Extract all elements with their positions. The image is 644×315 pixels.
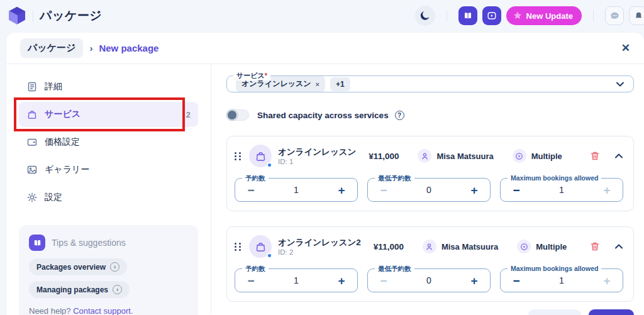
stepper-value[interactable]: 1: [257, 185, 335, 195]
service-id: ID: 1: [278, 158, 356, 165]
docs-button[interactable]: [458, 6, 477, 25]
increment-button[interactable]: +: [468, 184, 480, 196]
collapse-card-button[interactable]: [614, 243, 623, 250]
services-count-badge: 2: [186, 110, 191, 119]
decrement-button[interactable]: −: [245, 184, 257, 196]
more-services-chip[interactable]: +1: [330, 77, 350, 91]
chat-support-button[interactable]: [605, 6, 624, 25]
stepper-label: Maximum bookings allowed: [508, 265, 601, 272]
max-bookings-stepper: Maximum bookings allowed − 1 +: [500, 268, 623, 292]
main-content: サービス* オンラインレッスン × +1 Shared capacity acr…: [211, 64, 644, 314]
sidebar-item-label: 設定: [45, 192, 62, 203]
new-update-button[interactable]: New Update: [506, 6, 582, 25]
bag-icon: [255, 150, 267, 162]
breadcrumb-root[interactable]: パッケージ: [20, 38, 83, 58]
top-bar-actions: New Update: [415, 6, 638, 26]
bell-icon: [633, 11, 644, 21]
shared-capacity-toggle[interactable]: [226, 109, 249, 121]
stepper-row: 予約数 − 1 + 最低予約数 − 0 + Maximum bookings a…: [235, 178, 623, 202]
service-title: オンラインレッスン: [278, 146, 356, 158]
person-icon: [423, 240, 436, 253]
stepper-label: 最低予約数: [375, 265, 414, 274]
sidebar-item-gallery[interactable]: ギャラリー: [19, 157, 198, 182]
divider: [593, 10, 594, 21]
increment-button[interactable]: +: [601, 275, 613, 287]
location-meta: Multiple: [513, 149, 562, 163]
sidebar-item-services[interactable]: サービス 2: [19, 102, 198, 127]
help-text: Need help?: [29, 306, 71, 315]
chip-remove-icon[interactable]: ×: [316, 80, 319, 88]
help-line: Need help? Contact support.: [29, 306, 188, 315]
chevron-up-icon: [614, 243, 623, 250]
chat-bubble-icon: [609, 11, 620, 21]
close-icon[interactable]: ✕: [621, 43, 630, 53]
tips-link-managing-packages[interactable]: Managing packages ›: [29, 281, 130, 298]
decrement-button[interactable]: −: [510, 275, 523, 287]
stepper-label: Maximum bookings allowed: [508, 174, 601, 182]
tip-label: Packages overview: [36, 263, 106, 272]
increment-button[interactable]: +: [335, 275, 348, 287]
drag-handle-icon[interactable]: [235, 152, 242, 160]
dark-mode-toggle[interactable]: [415, 6, 435, 26]
decrement-button[interactable]: −: [377, 184, 390, 196]
delete-service-button[interactable]: [589, 241, 601, 252]
sidebar-item-label: サービス: [45, 109, 80, 120]
min-bookings-stepper: 最低予約数 − 0 +: [367, 268, 491, 292]
video-play-icon: [487, 11, 497, 21]
decrement-button[interactable]: −: [245, 275, 257, 287]
decrement-button[interactable]: −: [510, 184, 523, 196]
increment-button[interactable]: +: [335, 184, 348, 196]
stepper-value[interactable]: 1: [523, 275, 601, 285]
stepper-value[interactable]: 0: [390, 275, 468, 285]
save-button[interactable]: 保存: [589, 309, 634, 315]
staff-name: Misa Matsuura: [436, 152, 493, 161]
tips-box: Tips & suggestions Packages overview › M…: [19, 225, 198, 315]
chevron-up-icon: [614, 153, 623, 159]
chevron-down-icon[interactable]: [616, 81, 625, 87]
tips-book-icon: [29, 235, 45, 251]
service-price: ¥11,000: [374, 242, 404, 251]
chevron-right-icon: ›: [110, 262, 119, 272]
service-select-label: サービス*: [233, 71, 270, 80]
stepper-value[interactable]: 1: [523, 185, 601, 195]
page-title: パッケージ: [40, 8, 102, 24]
contact-support-link[interactable]: Contact support.: [73, 306, 133, 315]
sidebar-item-label: 詳細: [45, 81, 62, 92]
shared-capacity-label: Shared capacity across services: [257, 111, 389, 120]
location-meta: Multiple: [517, 240, 567, 253]
increment-button[interactable]: +: [468, 275, 480, 287]
breadcrumb-separator: ›: [89, 43, 92, 53]
max-bookings-stepper: Maximum bookings allowed − 1 +: [500, 178, 623, 202]
divider: [33, 10, 33, 21]
star-icon: [513, 11, 523, 21]
delete-service-button[interactable]: [589, 150, 601, 162]
partial-edge-button[interactable]: [629, 6, 644, 25]
location-icon: [513, 149, 526, 163]
bookings-stepper: 予約数 − 1 +: [235, 178, 358, 202]
sidebar-item-pricing[interactable]: 価格設定: [19, 130, 198, 155]
divider: [447, 10, 447, 21]
increment-button[interactable]: +: [601, 184, 613, 196]
location-icon: [517, 240, 531, 253]
decrement-button[interactable]: −: [377, 275, 390, 287]
stepper-label: 予約数: [242, 265, 269, 274]
service-avatar: [249, 235, 272, 258]
service-avatar: [249, 145, 272, 167]
service-card-2: オンラインレッスン2 ID: 2 ¥11,000 Misa Matsuura: [226, 226, 634, 302]
stepper-row: 予約数 − 1 + 最低予約数 − 0 + Maximum bookings a…: [235, 268, 623, 292]
tips-link-packages-overview[interactable]: Packages overview ›: [29, 258, 127, 275]
stepper-value[interactable]: 0: [390, 185, 468, 195]
exit-button[interactable]: 終了: [528, 309, 581, 315]
tips-title: Tips & suggestions: [52, 238, 126, 248]
info-icon[interactable]: ?: [395, 111, 404, 120]
sidebar-item-settings[interactable]: 設定: [19, 185, 198, 210]
sidebar-item-details[interactable]: 詳細: [19, 74, 198, 99]
stepper-value[interactable]: 1: [257, 275, 335, 285]
video-tutorials-button[interactable]: [482, 6, 501, 25]
breadcrumb: パッケージ › New package ✕: [6, 33, 644, 64]
service-card-1: オンラインレッスン ID: 1 ¥11,000 Misa Matsuura: [226, 136, 634, 211]
top-bar: パッケージ New Update: [0, 0, 644, 31]
service-select[interactable]: サービス* オンラインレッスン × +1: [226, 75, 634, 92]
collapse-card-button[interactable]: [614, 153, 623, 159]
drag-handle-icon[interactable]: [235, 243, 242, 251]
